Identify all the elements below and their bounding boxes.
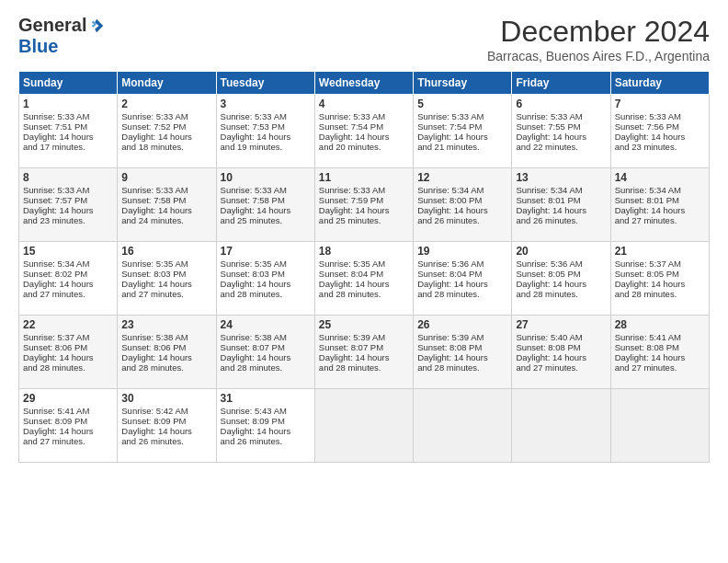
day-info-line: Sunset: 8:05 PM xyxy=(516,269,606,279)
day-info-line: Daylight: 14 hours xyxy=(121,279,211,289)
day-number: 11 xyxy=(319,171,409,184)
day-number: 14 xyxy=(615,171,705,184)
day-info-line: and 26 minutes. xyxy=(417,215,507,225)
weekday-header-tuesday: Tuesday xyxy=(216,72,314,95)
calendar-cell: 3Sunrise: 5:33 AMSunset: 7:53 PMDaylight… xyxy=(216,95,314,168)
day-info-line: Daylight: 14 hours xyxy=(121,205,211,215)
day-info-line: Sunset: 8:00 PM xyxy=(417,195,507,205)
day-info-line: Sunset: 8:07 PM xyxy=(221,342,311,352)
calendar-cell: 29Sunrise: 5:41 AMSunset: 8:09 PMDayligh… xyxy=(19,389,118,463)
day-number: 17 xyxy=(221,245,311,258)
day-number: 18 xyxy=(319,245,409,258)
calendar-cell: 6Sunrise: 5:33 AMSunset: 7:55 PMDaylight… xyxy=(512,95,610,168)
calendar-cell: 12Sunrise: 5:34 AMSunset: 8:00 PMDayligh… xyxy=(414,168,512,242)
day-info-line: Sunset: 8:04 PM xyxy=(417,269,507,279)
calendar-cell: 13Sunrise: 5:34 AMSunset: 8:01 PMDayligh… xyxy=(512,168,610,242)
day-info-line: Sunrise: 5:37 AM xyxy=(615,259,705,269)
day-info-line: Sunset: 7:58 PM xyxy=(221,195,311,205)
day-number: 3 xyxy=(221,98,311,110)
day-info-line: Daylight: 14 hours xyxy=(23,205,113,215)
day-info-line: and 28 minutes. xyxy=(417,362,507,373)
day-info-line: and 19 minutes. xyxy=(221,142,311,152)
day-info-line: Sunset: 7:58 PM xyxy=(121,195,211,205)
day-number: 24 xyxy=(221,318,311,331)
day-number: 26 xyxy=(417,318,507,331)
day-info-line: Daylight: 14 hours xyxy=(319,205,409,215)
day-info-line: Daylight: 14 hours xyxy=(319,132,409,142)
day-info-line: and 22 minutes. xyxy=(516,142,606,152)
day-info-line: Sunrise: 5:33 AM xyxy=(121,111,211,121)
day-info-line: Sunrise: 5:35 AM xyxy=(319,259,409,269)
day-number: 23 xyxy=(121,318,211,331)
day-info-line: Sunset: 7:51 PM xyxy=(23,121,113,132)
calendar-cell: 16Sunrise: 5:35 AMSunset: 8:03 PMDayligh… xyxy=(118,242,216,316)
day-info-line: and 28 minutes. xyxy=(121,362,211,373)
calendar-cell: 22Sunrise: 5:37 AMSunset: 8:06 PMDayligh… xyxy=(19,316,118,389)
day-number: 4 xyxy=(319,98,409,110)
day-info-line: Sunrise: 5:36 AM xyxy=(516,259,606,269)
day-info-line: Sunrise: 5:33 AM xyxy=(516,111,606,121)
day-info-line: and 20 minutes. xyxy=(319,142,409,152)
day-info-line: and 27 minutes. xyxy=(615,362,705,373)
day-number: 16 xyxy=(121,245,211,258)
day-info-line: Daylight: 14 hours xyxy=(516,205,606,215)
day-info-line: Sunrise: 5:39 AM xyxy=(319,332,409,342)
calendar-cell: 27Sunrise: 5:40 AMSunset: 8:08 PMDayligh… xyxy=(512,316,610,389)
calendar-cell: 18Sunrise: 5:35 AMSunset: 8:04 PMDayligh… xyxy=(314,242,413,316)
day-info-line: Sunset: 8:08 PM xyxy=(417,342,507,352)
day-info-line: Sunset: 8:03 PM xyxy=(221,269,311,279)
day-info-line: Sunrise: 5:33 AM xyxy=(23,111,113,121)
calendar-cell: 20Sunrise: 5:36 AMSunset: 8:05 PMDayligh… xyxy=(512,242,610,316)
calendar-cell xyxy=(314,389,413,463)
day-info-line: Sunset: 8:01 PM xyxy=(615,195,705,205)
day-number: 2 xyxy=(121,98,211,110)
day-info-line: Sunrise: 5:36 AM xyxy=(417,259,507,269)
logo-text: General xyxy=(18,15,105,36)
calendar-header-row: SundayMondayTuesdayWednesdayThursdayFrid… xyxy=(19,72,710,95)
day-number: 1 xyxy=(23,98,113,110)
day-number: 22 xyxy=(23,318,113,331)
day-info-line: and 28 minutes. xyxy=(319,362,409,373)
day-info-line: and 27 minutes. xyxy=(615,215,705,225)
day-info-line: and 27 minutes. xyxy=(516,362,606,373)
page: General Blue December 2024 Barracas, Bue… xyxy=(0,0,728,563)
day-info-line: Sunset: 8:03 PM xyxy=(121,269,211,279)
day-number: 31 xyxy=(221,392,311,405)
day-number: 25 xyxy=(319,318,409,331)
day-info-line: and 26 minutes. xyxy=(121,436,211,446)
logo-blue: Blue xyxy=(18,36,58,57)
day-info-line: and 25 minutes. xyxy=(319,215,409,225)
svg-marker-0 xyxy=(96,18,104,31)
calendar-cell: 25Sunrise: 5:39 AMSunset: 8:07 PMDayligh… xyxy=(314,316,413,389)
day-info-line: Sunrise: 5:33 AM xyxy=(221,111,311,121)
calendar-week-row: 1Sunrise: 5:33 AMSunset: 7:51 PMDaylight… xyxy=(19,95,710,168)
day-info-line: Daylight: 14 hours xyxy=(417,279,507,289)
day-info-line: Daylight: 14 hours xyxy=(417,352,507,362)
day-info-line: and 26 minutes. xyxy=(516,215,606,225)
day-info-line: Sunrise: 5:33 AM xyxy=(319,111,409,121)
day-info-line: Sunrise: 5:34 AM xyxy=(516,185,606,195)
day-info-line: and 28 minutes. xyxy=(319,289,409,299)
day-info-line: and 23 minutes. xyxy=(615,142,705,152)
logo-icon xyxy=(88,17,105,34)
day-info-line: Daylight: 14 hours xyxy=(417,205,507,215)
day-info-line: Sunset: 8:06 PM xyxy=(23,342,113,352)
calendar-cell: 24Sunrise: 5:38 AMSunset: 8:07 PMDayligh… xyxy=(216,316,314,389)
weekday-header-sunday: Sunday xyxy=(19,72,118,95)
day-info-line: Sunrise: 5:41 AM xyxy=(615,332,705,342)
day-info-line: Daylight: 14 hours xyxy=(615,279,705,289)
subtitle: Barracas, Buenos Aires F.D., Argentina xyxy=(487,49,710,63)
day-info-line: Sunset: 7:56 PM xyxy=(615,121,705,132)
day-info-line: Daylight: 14 hours xyxy=(319,352,409,362)
day-info-line: Daylight: 14 hours xyxy=(516,352,606,362)
day-info-line: Daylight: 14 hours xyxy=(121,426,211,436)
day-info-line: Sunset: 8:08 PM xyxy=(516,342,606,352)
calendar-cell: 2Sunrise: 5:33 AMSunset: 7:52 PMDaylight… xyxy=(118,95,216,168)
day-info-line: Sunrise: 5:43 AM xyxy=(221,406,311,416)
day-info-line: and 25 minutes. xyxy=(221,215,311,225)
day-info-line: Daylight: 14 hours xyxy=(615,132,705,142)
day-info-line: Sunset: 8:02 PM xyxy=(23,269,113,279)
calendar-week-row: 8Sunrise: 5:33 AMSunset: 7:57 PMDaylight… xyxy=(19,168,710,242)
day-info-line: Sunrise: 5:33 AM xyxy=(417,111,507,121)
day-number: 12 xyxy=(417,171,507,184)
